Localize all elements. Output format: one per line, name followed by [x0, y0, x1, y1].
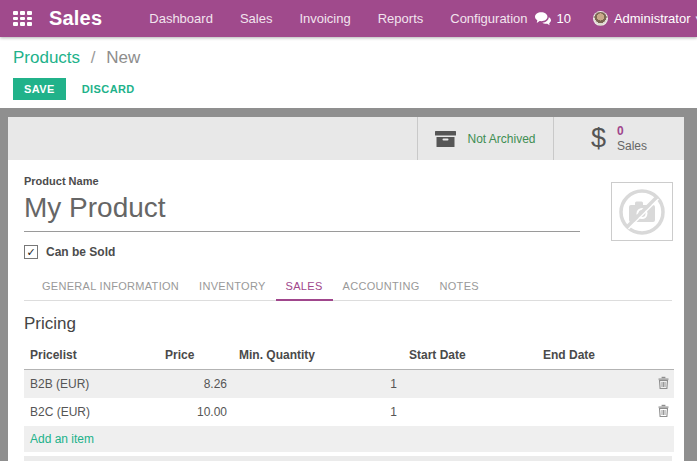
- menu-item-sales[interactable]: Sales: [240, 11, 273, 26]
- delete-row-button[interactable]: [652, 398, 674, 426]
- archived-stat-label: Not Archived: [467, 132, 535, 146]
- breadcrumb-current: New: [106, 48, 140, 67]
- product-name-input[interactable]: [24, 189, 580, 232]
- cell-end-date[interactable]: [537, 398, 652, 426]
- cell-pricelist[interactable]: B2B (EUR): [24, 370, 159, 399]
- archive-box-icon: [435, 131, 456, 147]
- discard-button[interactable]: DISCARD: [82, 83, 135, 95]
- form-sheet: Not Archived $ 0 Sales: [8, 117, 684, 461]
- cell-end-date[interactable]: [537, 370, 652, 399]
- product-image-field[interactable]: [611, 182, 673, 241]
- menu-item-dashboard[interactable]: Dashboard: [149, 11, 213, 26]
- app-title: Sales: [49, 7, 102, 30]
- form-statusbar: Not Archived $ 0 Sales: [8, 117, 684, 160]
- add-item-row[interactable]: Add an item: [24, 426, 674, 452]
- form-body: Product Name ✓ Can be Sold GENERAL INFOR…: [8, 160, 684, 461]
- sales-stat-value: 0: [617, 124, 647, 138]
- save-button[interactable]: SAVE: [13, 78, 66, 100]
- user-avatar[interactable]: [593, 11, 608, 26]
- col-pricelist[interactable]: Pricelist: [24, 344, 159, 370]
- col-end-date[interactable]: End Date: [537, 344, 652, 370]
- col-price[interactable]: Price: [159, 344, 233, 370]
- next-section-strip: [24, 456, 672, 461]
- tab-sales[interactable]: SALES: [276, 274, 333, 301]
- table-row[interactable]: B2C (EUR) 10.00 1: [24, 398, 674, 426]
- table-row[interactable]: B2B (EUR) 8.26 1: [24, 370, 674, 399]
- control-panel: Products / New SAVE DISCARD: [0, 37, 697, 108]
- col-actions: [652, 344, 674, 370]
- tab-accounting[interactable]: ACCOUNTING: [333, 274, 430, 300]
- cell-price[interactable]: 10.00: [159, 398, 233, 426]
- can-be-sold-checkbox[interactable]: ✓: [24, 245, 38, 259]
- topbar-right: 10 Administrator ▾: [535, 11, 697, 26]
- pricing-section-title: Pricing: [24, 314, 672, 334]
- menu-item-configuration[interactable]: Configuration: [450, 11, 527, 26]
- trash-icon: [658, 376, 669, 389]
- breadcrumb-products-link[interactable]: Products: [13, 48, 80, 67]
- messages-count: 10: [556, 11, 570, 26]
- can-be-sold-label: Can be Sold: [46, 245, 115, 259]
- top-navbar: Sales Dashboard Sales Invoicing Reports …: [0, 0, 697, 37]
- sales-stat-button[interactable]: $ 0 Sales: [553, 117, 684, 160]
- tab-general-information[interactable]: GENERAL INFORMATION: [32, 274, 189, 300]
- breadcrumb-separator: /: [91, 48, 96, 67]
- cell-start-date[interactable]: [403, 398, 537, 426]
- messages-button[interactable]: 10: [535, 11, 570, 26]
- breadcrumb: Products / New: [13, 48, 697, 68]
- archived-stat-button[interactable]: Not Archived: [417, 117, 553, 160]
- apps-menu-icon[interactable]: [13, 11, 32, 26]
- trash-icon: [658, 404, 669, 417]
- cell-start-date[interactable]: [403, 370, 537, 399]
- add-item-link[interactable]: Add an item: [24, 426, 674, 452]
- form-action-buttons: SAVE DISCARD: [13, 78, 697, 100]
- dollar-icon: $: [591, 125, 606, 152]
- chat-bubble-icon: [535, 12, 551, 26]
- col-min-quantity[interactable]: Min. Quantity: [233, 344, 403, 370]
- can-be-sold-field: ✓ Can be Sold: [24, 245, 672, 259]
- tab-notes[interactable]: NOTES: [430, 274, 489, 300]
- camera-no-image-icon: [616, 187, 668, 237]
- notebook-tabs: GENERAL INFORMATION INVENTORY SALES ACCO…: [24, 274, 672, 301]
- menu-item-reports[interactable]: Reports: [378, 11, 424, 26]
- delete-row-button[interactable]: [652, 370, 674, 399]
- user-menu[interactable]: Administrator: [614, 11, 691, 26]
- menu-item-invoicing[interactable]: Invoicing: [299, 11, 350, 26]
- col-start-date[interactable]: Start Date: [403, 344, 537, 370]
- cell-price[interactable]: 8.26: [159, 370, 233, 399]
- cell-min-quantity[interactable]: 1: [233, 398, 403, 426]
- top-menu: Dashboard Sales Invoicing Reports Config…: [149, 11, 527, 26]
- pricing-header-row: Pricelist Price Min. Quantity Start Date…: [24, 344, 674, 370]
- tab-inventory[interactable]: INVENTORY: [189, 274, 275, 300]
- sales-stat-label: Sales: [617, 139, 647, 153]
- cell-pricelist[interactable]: B2C (EUR): [24, 398, 159, 426]
- main-content: Not Archived $ 0 Sales: [0, 108, 697, 461]
- cell-min-quantity[interactable]: 1: [233, 370, 403, 399]
- pricing-table: Pricelist Price Min. Quantity Start Date…: [24, 344, 674, 452]
- product-name-label: Product Name: [24, 175, 672, 187]
